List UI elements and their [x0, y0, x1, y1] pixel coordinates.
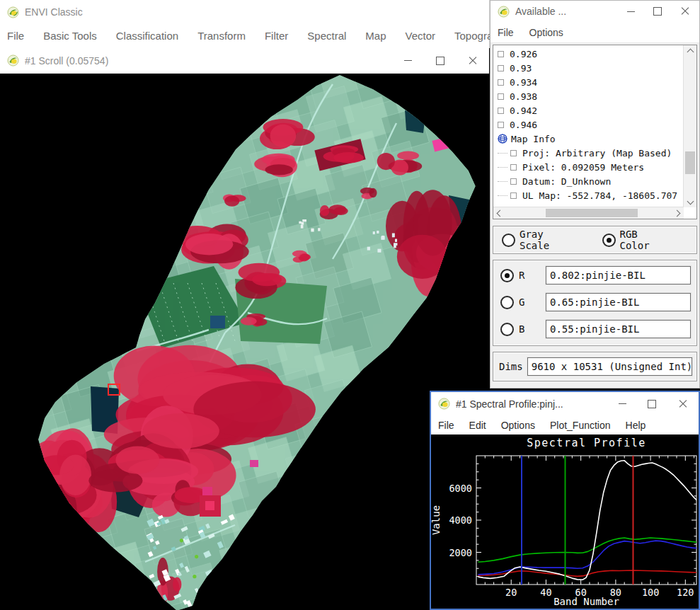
main-menu-file[interactable]: File	[7, 30, 24, 42]
band-checkbox-icon	[498, 93, 504, 100]
map-info-sub-item[interactable]: Pixel: 0.092059 Meters	[493, 160, 684, 174]
y-axis-label: Value	[431, 505, 442, 535]
band-wavelength: 0.934	[510, 77, 537, 88]
band-checkbox-icon	[498, 65, 504, 71]
vertical-scrollbar[interactable]	[683, 45, 696, 207]
scroll-window-title: #1 Scroll (0.05754)	[25, 55, 108, 67]
tree-connector	[498, 181, 507, 182]
minimize-icon[interactable]	[391, 48, 424, 73]
minimize-icon[interactable]	[608, 392, 636, 415]
spectral-menu-plot-function[interactable]: Plot_Function	[550, 420, 611, 431]
map-info-sub-item[interactable]: Datum: D_Unknown	[493, 174, 684, 188]
channel-radio-r[interactable]	[500, 269, 514, 282]
spectral-profile-window: #1 Spectral Profile:pinj... FileEditOpti…	[430, 391, 700, 610]
channel-radio-b[interactable]	[500, 323, 514, 336]
band-list-item[interactable]: 0.934	[493, 75, 684, 89]
display-mode-rgb-color[interactable]: RGB Color	[602, 229, 670, 251]
available-menubar: FileOptions	[490, 22, 699, 43]
main-menu-basic-tools[interactable]: Basic Tools	[43, 30, 97, 42]
band-list-item[interactable]: 0.93	[493, 61, 684, 75]
x-tick-label: 20	[505, 587, 517, 598]
map-info-text: Pixel: 0.092059 Meters	[522, 162, 644, 173]
channel-label: G	[519, 297, 529, 308]
band-checkbox-icon	[498, 51, 504, 57]
main-menu-map[interactable]: Map	[365, 30, 386, 42]
radio-icon	[602, 234, 616, 247]
map-info-checkbox-icon	[510, 150, 517, 156]
band-list: 0.9260.930.9340.9380.9420.946Map InfoPro…	[493, 45, 684, 207]
close-icon[interactable]	[671, 1, 699, 22]
available-menu-file[interactable]: File	[498, 27, 514, 38]
close-icon[interactable]	[667, 392, 699, 415]
band-checkbox-icon	[498, 79, 504, 86]
chevron-up-icon[interactable]	[684, 45, 696, 57]
x-tick-label: 60	[575, 587, 587, 598]
channel-row-r: R0.802:pinjie-BIL	[500, 266, 691, 284]
available-menu-options[interactable]: Options	[529, 27, 563, 38]
spectral-menu-options[interactable]: Options	[501, 420, 535, 431]
display-mode-gray-scale[interactable]: Gray Scale	[502, 229, 575, 251]
channel-field-b[interactable]: 0.55:pinjie-BIL	[546, 320, 691, 338]
main-menu-filter[interactable]: Filter	[265, 30, 288, 42]
spectral-window-title: #1 Spectral Profile:pinj...	[456, 398, 563, 410]
aerial-false-color-image[interactable]	[0, 74, 489, 610]
channel-radio-g[interactable]	[500, 296, 514, 309]
main-menu-spectral[interactable]: Spectral	[307, 30, 346, 42]
dims-label: Dims	[499, 361, 523, 372]
band-wavelength: 0.942	[510, 105, 537, 116]
maximize-icon[interactable]	[424, 48, 457, 73]
spectral-window-titlebar[interactable]: #1 Spectral Profile:pinj...	[431, 392, 699, 415]
band-list-item[interactable]: 0.946	[493, 117, 684, 132]
map-info-item[interactable]: Map Info	[493, 132, 684, 146]
map-info-checkbox-icon	[510, 178, 517, 185]
band-list-item[interactable]: 0.926	[493, 47, 684, 61]
envi-logo-icon	[7, 6, 19, 18]
band-wavelength: 0.93	[510, 63, 532, 74]
chevron-right-icon[interactable]	[672, 207, 684, 219]
y-tick-label: 4000	[449, 514, 472, 526]
chevron-left-icon[interactable]	[493, 207, 505, 219]
main-menu-vector[interactable]: Vector	[406, 30, 436, 42]
map-info-sub-item[interactable]: Proj: Arbitrary (Map Based)	[493, 146, 684, 160]
tree-connector	[498, 195, 507, 196]
vertical-scrollbar-thumb[interactable]	[685, 151, 695, 174]
minimize-icon[interactable]	[617, 1, 644, 22]
available-window-title: Available ...	[515, 6, 566, 17]
band-listbox[interactable]: 0.9260.930.9340.9380.9420.946Map InfoPro…	[493, 45, 697, 219]
band-list-item[interactable]: 0.942	[493, 103, 684, 117]
main-menu-transform[interactable]: Transform	[197, 30, 246, 42]
available-bands-window: Available ... FileOptions 0.9260.930.934…	[490, 0, 700, 389]
channel-field-g[interactable]: 0.65:pinjie-BIL	[546, 293, 691, 311]
band-checkbox-icon	[498, 108, 504, 114]
horizontal-scrollbar-thumb[interactable]	[546, 209, 638, 217]
radio-icon	[502, 234, 515, 247]
horizontal-scrollbar[interactable]	[493, 207, 684, 219]
map-info-text: UL Map: -552.784, -18605.707	[522, 190, 677, 201]
maximize-icon[interactable]	[636, 392, 667, 415]
scroll-image-area[interactable]	[0, 74, 489, 610]
spectral-menu-file[interactable]: File	[438, 420, 454, 431]
x-tick-label: 80	[610, 587, 621, 598]
spectral-menu-help[interactable]: Help	[626, 420, 646, 431]
x-tick-label: 100	[642, 587, 659, 598]
x-tick-label: 40	[540, 587, 551, 598]
main-window-titlebar[interactable]: ENVI Classic	[0, 0, 489, 24]
channel-field-r[interactable]: 0.802:pinjie-BIL	[546, 266, 691, 284]
available-window-titlebar[interactable]: Available ...	[490, 1, 699, 22]
map-info-sub-item[interactable]: UL Map: -552.784, -18605.707	[493, 188, 684, 202]
dims-field[interactable]: 9610 x 10531 (Unsigned Int) [BI	[527, 357, 692, 376]
main-menu-classification[interactable]: Classification	[116, 30, 178, 42]
spectral-plot-area: Spectral ProfileBand NumberValue20004000…	[431, 435, 699, 609]
band-wavelength: 0.938	[510, 91, 537, 102]
scroll-window-titlebar[interactable]: #1 Scroll (0.05754)	[0, 48, 489, 74]
band-list-item[interactable]: 0.938	[493, 89, 684, 103]
map-info-label: Map Info	[511, 134, 556, 144]
chevron-down-icon[interactable]	[684, 196, 696, 207]
maximize-icon[interactable]	[644, 1, 671, 22]
close-icon[interactable]	[457, 48, 489, 73]
spectral-menu-edit[interactable]: Edit	[469, 420, 486, 431]
channel-row-b: B0.55:pinjie-BIL	[500, 320, 691, 338]
channel-label: B	[519, 323, 529, 335]
y-tick-label: 2000	[449, 547, 472, 558]
envi-logo-icon	[438, 398, 450, 410]
